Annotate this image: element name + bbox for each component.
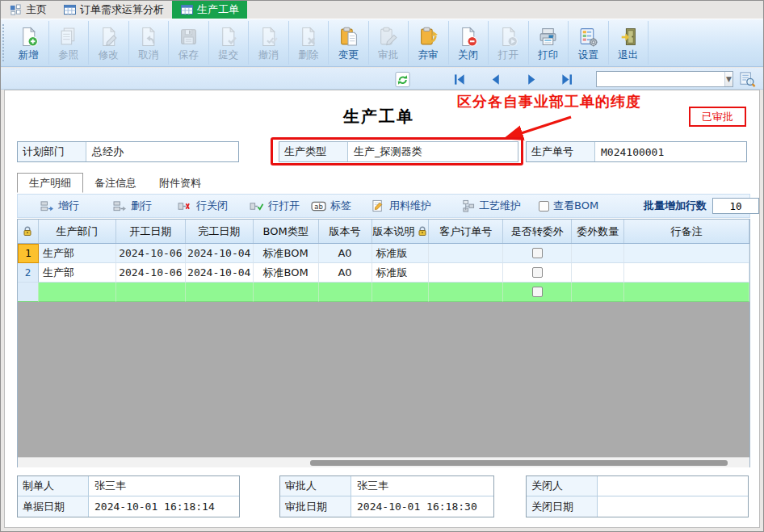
table-cell[interactable]: 生产部 <box>39 263 116 283</box>
scrollbar-thumb[interactable] <box>310 460 727 466</box>
field-value[interactable]: M024100001 <box>595 142 746 161</box>
previous-record-icon[interactable] <box>486 70 504 88</box>
last-record-icon[interactable] <box>558 70 576 88</box>
detail-tab-remark-info[interactable]: 备注信息 <box>83 173 148 193</box>
table-row-1[interactable]: 1生产部2024-10-062024-10-04标准BOMA0标准版 <box>18 244 749 263</box>
column-header[interactable]: 是否转委外 <box>503 220 572 243</box>
table-cell[interactable]: A0 <box>319 244 372 263</box>
row-number-cell[interactable] <box>18 283 39 302</box>
doc-open-icon <box>497 27 518 48</box>
table-cell[interactable]: 标准BOM <box>254 263 319 283</box>
production-detail-table: 生产部门开工日期完工日期BOM类型版本号版本说明客户订单号是否转委外委外数量行备… <box>17 219 750 467</box>
table-cell[interactable] <box>503 283 572 302</box>
row-selector-header[interactable] <box>18 220 39 243</box>
footer-field-label: 审批人 <box>280 476 351 496</box>
next-record-icon[interactable] <box>523 70 540 88</box>
table-cell[interactable] <box>624 244 749 263</box>
field-value[interactable]: 总经办 <box>86 142 238 161</box>
detail-tab-attachment[interactable]: 附件资料 <box>148 173 212 193</box>
detail-tab-production-detail[interactable]: 生产明细 <box>17 173 83 193</box>
view-bom-checkbox[interactable]: 查看BOM <box>539 195 598 217</box>
lock-icon <box>418 226 427 237</box>
batch-add-rows-input[interactable] <box>712 198 759 214</box>
toolbar-button-exit[interactable]: 退出 <box>609 21 649 65</box>
column-header[interactable]: 完工日期 <box>186 220 254 243</box>
table-cell[interactable] <box>572 244 624 263</box>
table-cell[interactable] <box>624 283 749 302</box>
table-cell[interactable]: 生产部 <box>39 244 116 263</box>
column-header[interactable]: 委外数量 <box>572 220 624 243</box>
column-header[interactable]: 行备注 <box>624 220 749 243</box>
table-cell[interactable] <box>572 283 624 302</box>
table-cell[interactable]: 2024-10-06 <box>116 244 186 263</box>
window-tab-home[interactable]: 主页 <box>1 1 55 19</box>
doc-undo-icon <box>138 27 159 48</box>
quick-search-combo[interactable]: ▼ <box>596 71 733 87</box>
table-cell[interactable]: 标准BOM <box>254 244 319 263</box>
quick-search-input[interactable] <box>597 72 724 86</box>
grid-toolbar-button-label[interactable]: ab标签 <box>311 195 351 217</box>
refresh-icon[interactable] <box>393 70 411 88</box>
grid-toolbar-button-add-row[interactable]: 增行 <box>40 195 79 217</box>
clipboard-approve-icon <box>378 27 399 48</box>
checkbox-icon[interactable] <box>539 201 549 212</box>
row-number-cell[interactable]: 2 <box>18 263 39 283</box>
table-cell[interactable] <box>116 283 186 302</box>
grid-toolbar-button-open-row[interactable]: 行打开 <box>250 195 300 217</box>
outsource-checkbox[interactable] <box>532 248 543 258</box>
table-row-2[interactable]: 2生产部2024-10-062024-10-04标准BOMA0标准版 <box>18 263 749 283</box>
table-cell[interactable] <box>254 283 319 302</box>
toolbar-button-close[interactable]: 关闭 <box>449 21 489 65</box>
toolbar-grip[interactable] <box>2 24 7 61</box>
table-cell[interactable] <box>503 263 572 283</box>
table-cell[interactable]: 标准版 <box>372 263 430 283</box>
combo-dropdown-icon[interactable]: ▼ <box>724 72 733 86</box>
field-value[interactable]: 生产_探测器类 <box>348 142 518 161</box>
row-number-cell[interactable]: 1 <box>18 244 39 263</box>
table-cell[interactable] <box>572 263 624 283</box>
toolbar-button-settings[interactable]: 设置 <box>569 21 609 65</box>
column-header[interactable]: 版本号 <box>319 220 372 243</box>
table-cell[interactable]: 标准版 <box>372 244 430 263</box>
table-cell[interactable] <box>186 283 254 302</box>
grid-toolbar-button-process-maintain[interactable]: 工艺维护 <box>462 195 521 217</box>
doc-add-icon <box>18 27 39 48</box>
toolbar-button-add[interactable]: 新增 <box>9 21 49 65</box>
window-tab-production-work-order[interactable]: 生产工单 <box>172 1 247 19</box>
outsource-checkbox[interactable] <box>532 287 543 297</box>
horizontal-scrollbar[interactable] <box>18 457 749 467</box>
toolbar-button-unapprove[interactable]: 弃审 <box>409 21 449 65</box>
toolbar-button-label: 撤消 <box>258 49 279 60</box>
table-cell[interactable]: 2024-10-06 <box>116 263 186 283</box>
column-header-label: 完工日期 <box>198 224 240 239</box>
grid-toolbar-button-close-row[interactable]: 行关闭 <box>178 195 228 217</box>
column-header-label: 生产部门 <box>56 224 98 239</box>
table-cell[interactable] <box>429 244 503 263</box>
table-cell[interactable] <box>503 244 572 263</box>
toolbar-button-print[interactable]: 打印 <box>529 21 569 65</box>
toolbar-button-label: 保存 <box>178 49 199 60</box>
table-cell[interactable] <box>39 283 116 302</box>
table-cell[interactable]: 2024-10-04 <box>186 244 254 263</box>
table-cell[interactable]: A0 <box>319 263 372 283</box>
grid-toolbar-button-material-maintain[interactable]: 用料维护 <box>372 195 431 217</box>
column-header[interactable]: 生产部门 <box>39 220 116 243</box>
table-row-new[interactable] <box>18 283 749 302</box>
table-cell[interactable] <box>624 263 749 283</box>
grid-toolbar-button-delete-row[interactable]: 删行 <box>113 195 152 217</box>
window-tab-order-demand-analysis[interactable]: 订单需求运算分析 <box>55 1 172 19</box>
outsource-checkbox[interactable] <box>532 267 543 278</box>
toolbar-button-change[interactable]: 变更 <box>329 21 369 65</box>
column-header[interactable]: 客户订单号 <box>429 220 503 243</box>
table-cell[interactable] <box>429 263 503 283</box>
advanced-search-icon[interactable] <box>738 70 756 88</box>
column-header[interactable]: BOM类型 <box>254 220 319 243</box>
column-header[interactable]: 版本说明 <box>372 220 430 243</box>
column-header[interactable]: 开工日期 <box>116 220 186 243</box>
main-toolbar: 新增参照修改取消保存提交撤消删除变更审批弃审关闭打开打印设置退出 <box>1 19 763 67</box>
table-cell[interactable]: 2024-10-04 <box>186 263 254 283</box>
table-cell[interactable] <box>319 283 372 302</box>
table-cell[interactable] <box>429 283 503 302</box>
table-cell[interactable] <box>372 283 430 302</box>
first-record-icon[interactable] <box>450 70 468 88</box>
